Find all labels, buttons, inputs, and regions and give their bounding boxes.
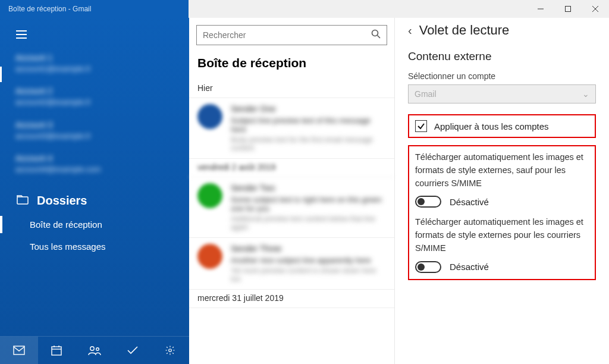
select-account-label: Sélectionner un compte	[408, 71, 596, 81]
people-nav-button[interactable]	[76, 337, 114, 364]
folder-icon	[17, 194, 29, 208]
download-settings-highlight: Télécharger automatiquement les images e…	[408, 145, 596, 280]
message-item[interactable]: Sender TwoSome subject text is right her…	[189, 177, 394, 238]
date-group-header: vendredi 2 août 2019	[189, 159, 394, 177]
auto-download-toggle[interactable]	[415, 196, 441, 208]
settings-nav-button[interactable]	[151, 337, 189, 364]
chevron-down-icon: ⌄	[582, 89, 589, 99]
close-button[interactable]	[582, 0, 609, 18]
sidebar: Account 1account1@example.fr Account 2ac…	[0, 18, 189, 364]
titlebar: Boîte de réception - Gmail	[0, 0, 609, 18]
svg-rect-1	[566, 7, 571, 12]
svg-point-11	[96, 348, 99, 351]
select-value: Gmail	[415, 89, 437, 99]
date-group-header: Hier	[189, 80, 394, 98]
panel-title: Volet de lecture	[419, 23, 510, 38]
back-button[interactable]: ‹	[408, 24, 412, 37]
mail-nav-button[interactable]	[0, 337, 38, 364]
message-item[interactable]: Sender ThreeAnother nice subject line ap…	[189, 238, 394, 290]
hamburger-menu-button[interactable]	[10, 24, 33, 45]
folder-all-messages[interactable]: Tous les messages	[0, 236, 189, 258]
account-select[interactable]: Gmail ⌄	[408, 84, 596, 103]
window-title: Boîte de réception - Gmail	[0, 5, 91, 13]
svg-rect-6	[52, 347, 61, 355]
maximize-button[interactable]	[554, 0, 582, 18]
setting-description: Télécharger automatiquement les images e…	[415, 151, 589, 190]
svg-rect-4	[17, 197, 28, 204]
section-title: Contenu externe	[408, 50, 596, 63]
folder-inbox[interactable]: Boîte de réception	[0, 214, 189, 236]
avatar	[197, 244, 222, 269]
toggle-state-label: Désactivé	[450, 262, 489, 272]
svg-point-13	[372, 30, 378, 36]
folder-label: Tous les messages	[30, 241, 106, 252]
minimize-button[interactable]	[527, 0, 554, 18]
calendar-nav-button[interactable]	[38, 337, 76, 364]
svg-rect-5	[14, 346, 24, 354]
todo-nav-button[interactable]	[114, 337, 152, 364]
reading-pane-settings-panel: ‹ Volet de lecture Contenu externe Sélec…	[395, 18, 609, 364]
folders-label: Dossiers	[37, 194, 87, 208]
auto-download-smime-toggle[interactable]	[415, 261, 441, 273]
account-item[interactable]: Account 4account4@example.com	[15, 153, 174, 174]
toggle-state-label: Désactivé	[450, 197, 489, 207]
svg-line-14	[378, 36, 381, 39]
avatar	[197, 183, 222, 208]
svg-point-12	[169, 349, 172, 352]
apply-all-label: Appliquer à tous les comptes	[434, 121, 549, 131]
svg-point-10	[90, 347, 94, 350]
bottom-nav	[0, 336, 189, 364]
avatar	[197, 104, 222, 129]
window-controls	[527, 0, 609, 18]
apply-all-checkbox[interactable]	[415, 120, 427, 132]
accounts-list: Account 1account1@example.fr Account 2ac…	[0, 49, 189, 190]
account-item[interactable]: Account 2account2@example.fr	[15, 86, 174, 107]
folder-label: Boîte de réception	[30, 219, 102, 230]
account-item[interactable]: Account 3account3@example.fr	[15, 120, 174, 141]
apply-all-highlight: Appliquer à tous les comptes	[408, 114, 596, 138]
search-input[interactable]	[203, 30, 371, 40]
selection-indicator	[0, 67, 2, 82]
search-box[interactable]	[196, 25, 387, 45]
search-icon	[371, 29, 381, 41]
inbox-heading: Boîte de réception	[189, 56, 394, 80]
folders-header: Dossiers	[0, 190, 189, 214]
account-item[interactable]: Account 1account1@example.fr	[15, 52, 174, 74]
message-item[interactable]: Sender OneSubject line preview text of t…	[189, 98, 394, 159]
date-group-header: mercredi 31 juillet 2019	[189, 290, 394, 308]
message-list-panel: Boîte de réception Hier Sender OneSubjec…	[189, 18, 395, 364]
setting-description: Télécharger automatiquement les images e…	[415, 216, 589, 255]
